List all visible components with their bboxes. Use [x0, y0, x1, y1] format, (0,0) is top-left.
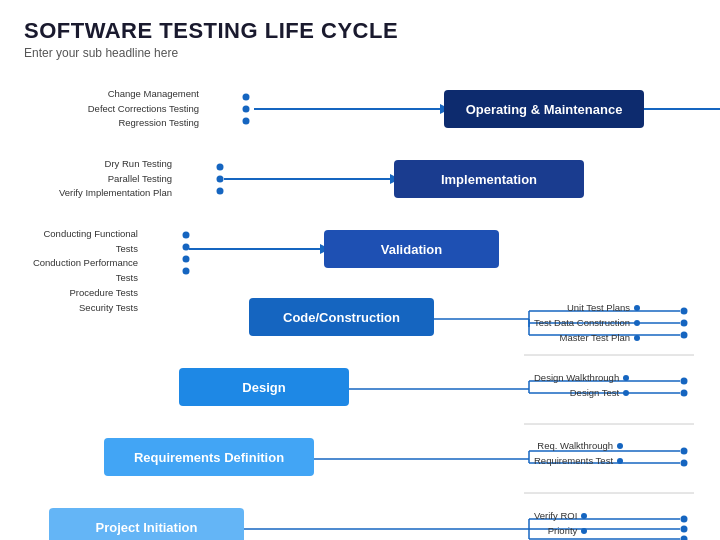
left-labels-implementation: Dry Run Testing Parallel Testing Verify …: [59, 157, 172, 201]
svg-point-10: [217, 176, 224, 183]
right-labels-initiation: Verify ROI Priority Process: [534, 508, 587, 540]
block-implementation: Implementation: [394, 160, 584, 198]
svg-point-21: [681, 320, 688, 327]
svg-point-9: [217, 164, 224, 171]
block-requirements: Requirements Definition: [104, 438, 314, 476]
svg-point-22: [681, 332, 688, 339]
svg-point-20: [681, 308, 688, 315]
svg-point-27: [681, 378, 688, 385]
svg-point-15: [183, 268, 190, 275]
page-subtitle: Enter your sub headline here: [24, 46, 696, 60]
right-labels-requirements: Req. Walkthrough Requirements Test: [534, 438, 623, 468]
svg-point-7: [243, 106, 250, 113]
svg-point-8: [243, 118, 250, 125]
svg-point-6: [243, 94, 250, 101]
svg-point-35: [681, 460, 688, 467]
svg-point-42: [681, 526, 688, 533]
svg-point-43: [681, 536, 688, 541]
svg-point-14: [183, 256, 190, 263]
page-title: SOFTWARE TESTING LIFE CYCLE: [24, 18, 696, 44]
block-validation: Validation: [324, 230, 499, 268]
right-labels-code: Unit Test Plans Test Data Construction M…: [534, 300, 640, 346]
right-labels-design: Design Walkthrough Design Test: [534, 370, 629, 400]
svg-point-28: [681, 390, 688, 397]
svg-point-41: [681, 516, 688, 523]
block-initiation: Project Initiation: [49, 508, 244, 540]
slide: SOFTWARE TESTING LIFE CYCLE Enter your s…: [0, 0, 720, 540]
svg-point-12: [183, 232, 190, 239]
svg-point-13: [183, 244, 190, 251]
block-code: Code/Construction: [249, 298, 434, 336]
svg-point-34: [681, 448, 688, 455]
left-labels-validation: Conducting Functional Tests Conduction P…: [24, 227, 138, 315]
block-design: Design: [179, 368, 349, 406]
svg-point-11: [217, 188, 224, 195]
diagram-area: Operating & Maintenance Implementation V…: [24, 70, 696, 500]
block-operating: Operating & Maintenance: [444, 90, 644, 128]
left-labels-operating: Change Management Defect Corrections Tes…: [88, 87, 199, 131]
